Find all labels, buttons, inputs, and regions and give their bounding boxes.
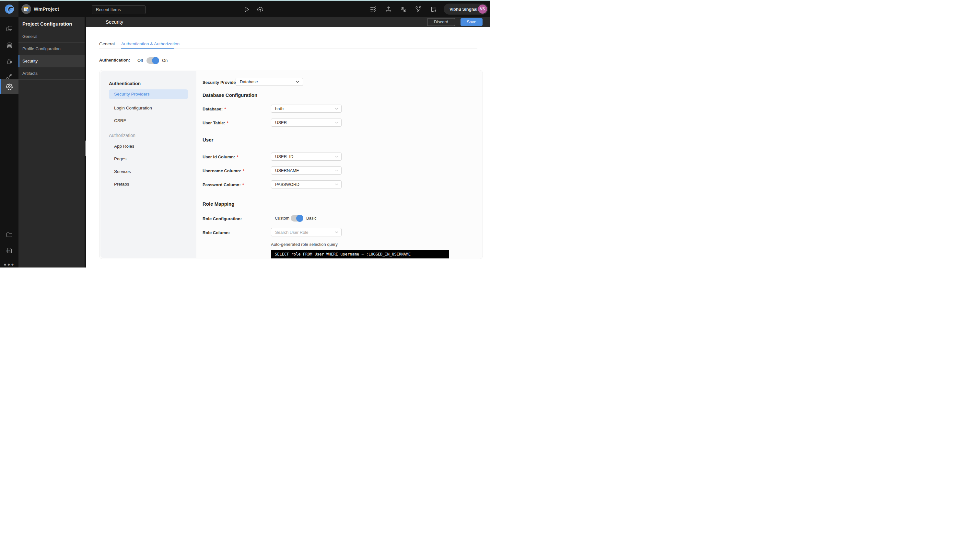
- nav-item-security-providers[interactable]: Security Providers: [109, 89, 188, 99]
- panel-title: Project Configuration: [19, 17, 84, 30]
- tabs-divider: [99, 49, 477, 49]
- nav-section-authentication: Authentication: [109, 81, 196, 86]
- query-caption: Auto-generated role selection query: [271, 242, 338, 247]
- wavemaker-logo[interactable]: [0, 1, 19, 17]
- log-file-icon: LOG: [6, 247, 13, 254]
- pages-icon: [6, 25, 13, 32]
- password-column-select[interactable]: PASSWORD: [271, 180, 342, 189]
- database-label: Database:*: [202, 106, 226, 111]
- version-control-button[interactable]: [415, 6, 422, 13]
- user-heading: User: [202, 137, 213, 143]
- nav-item-login-configuration[interactable]: Login Configuration: [100, 102, 196, 114]
- database-icon: [6, 42, 13, 49]
- project-avatar[interactable]: [21, 4, 31, 14]
- sidebar-item-settings[interactable]: [0, 79, 19, 94]
- toggle-knob: [296, 215, 303, 222]
- menu-item-security[interactable]: Security: [19, 55, 84, 67]
- role-configuration-label: Role Configuration:: [202, 216, 242, 221]
- user-table-label: User Table:*: [202, 121, 229, 125]
- role-mapping-heading: Role Mapping: [202, 201, 234, 206]
- cloud-upload-icon: [257, 6, 264, 13]
- role-column-select[interactable]: Search User Role: [271, 228, 342, 237]
- checklist-icon: [370, 6, 377, 13]
- nav-item-app-roles[interactable]: App Roles: [100, 140, 196, 152]
- sidebar-item-more[interactable]: ●●●: [0, 257, 19, 268]
- nav-item-prefabs[interactable]: Prefabs: [100, 178, 196, 191]
- file-sync-icon: [430, 6, 437, 13]
- menu-item-profile-configuration[interactable]: Profile Configuration: [19, 43, 84, 55]
- tab-general[interactable]: General: [99, 41, 115, 49]
- section-divider: [202, 133, 476, 133]
- database-select[interactable]: hrdb: [271, 105, 342, 113]
- page-header: Security Discard Save: [86, 17, 490, 27]
- sync-button[interactable]: [430, 6, 437, 13]
- username-column-select[interactable]: USERNAME: [271, 167, 342, 175]
- chevron-down-icon: [335, 107, 338, 110]
- nav-item-services[interactable]: Services: [100, 165, 196, 178]
- section-divider: [202, 197, 476, 197]
- security-provider-select[interactable]: Database: [235, 78, 303, 86]
- page-title: Security: [106, 17, 123, 27]
- checklist-button[interactable]: [370, 6, 377, 13]
- sidebar-item-database[interactable]: [0, 38, 19, 52]
- security-nav-panel: Authentication Security Providers Login …: [100, 71, 196, 258]
- authentication-label: Authentication:: [99, 58, 130, 62]
- user-menu[interactable]: Vibhu Singhal VS: [444, 3, 488, 14]
- scrollbar-handle[interactable]: [85, 141, 86, 156]
- topbar: WmProject Recent Items: [0, 1, 490, 17]
- role-selection-query[interactable]: SELECT role FROM User WHERE username = :…: [271, 250, 449, 259]
- deploy-upload-icon: [385, 6, 392, 13]
- user-id-column-label: User Id Column:*: [202, 154, 238, 159]
- deploy-button[interactable]: [385, 6, 392, 13]
- project-db-icon: [23, 6, 29, 12]
- sidebar-item-java-services[interactable]: [0, 54, 19, 68]
- role-config-custom-label: Custom: [275, 216, 290, 221]
- role-config-basic-label: Basic: [306, 216, 317, 221]
- security-provider-label: Security Provider: [202, 80, 237, 85]
- menu-item-artifacts[interactable]: Artifacts: [19, 67, 84, 80]
- chevron-down-icon: [335, 121, 338, 124]
- user-name: Vibhu Singhal: [450, 7, 478, 12]
- cloud-push-button[interactable]: [257, 6, 264, 13]
- discard-button[interactable]: Discard: [427, 18, 455, 26]
- database-configuration-heading: Database Configuration: [202, 92, 257, 98]
- toggle-knob: [152, 57, 159, 64]
- toggle-off-label: Off: [137, 58, 143, 63]
- toggle-on-label: On: [162, 58, 167, 63]
- chevron-down-icon: [296, 80, 300, 84]
- tab-authentication-authorization[interactable]: Authentication & Authorization: [121, 41, 180, 49]
- panel-divider: [84, 17, 86, 268]
- nav-item-csrf[interactable]: CSRF: [100, 114, 196, 127]
- authentication-toggle[interactable]: [146, 57, 159, 64]
- localization-button[interactable]: [400, 6, 407, 13]
- run-button[interactable]: [243, 6, 250, 13]
- left-icon-rail: LOG ●●●: [0, 17, 19, 268]
- svg-text:LOG: LOG: [8, 250, 11, 252]
- sidebar-item-pages[interactable]: [0, 21, 19, 36]
- branch-fork-icon: [415, 6, 422, 13]
- coffee-cup-icon: [6, 58, 13, 65]
- chevron-down-icon: [335, 183, 338, 186]
- nav-section-authorization: Authorization: [109, 133, 196, 138]
- menu-item-general[interactable]: General: [19, 30, 84, 43]
- more-dots-icon: ●●●: [3, 262, 14, 267]
- sidebar-item-files[interactable]: [0, 228, 19, 242]
- role-configuration-toggle[interactable]: [291, 215, 303, 222]
- recent-items-dropdown[interactable]: Recent Items: [92, 5, 145, 14]
- user-id-column-select[interactable]: USER_ID: [271, 152, 342, 160]
- app-window: WmProject Recent Items: [0, 0, 490, 268]
- role-column-label: Role Column:: [202, 230, 230, 235]
- chevron-down-icon: [335, 155, 338, 158]
- username-column-label: Username Column:*: [202, 168, 244, 173]
- gear-icon: [6, 83, 13, 90]
- nav-item-pages[interactable]: Pages: [100, 152, 196, 165]
- save-button[interactable]: Save: [460, 18, 482, 26]
- project-name: WmProject: [34, 1, 59, 17]
- project-configuration-panel: Project Configuration General Profile Co…: [19, 17, 84, 268]
- user-avatar: VS: [478, 5, 487, 14]
- wave-logo-icon: [4, 3, 15, 14]
- sidebar-item-logs[interactable]: LOG: [0, 243, 19, 257]
- folder-icon: [6, 231, 13, 238]
- user-table-select[interactable]: USER: [271, 119, 342, 127]
- chevron-down-icon: [335, 230, 338, 234]
